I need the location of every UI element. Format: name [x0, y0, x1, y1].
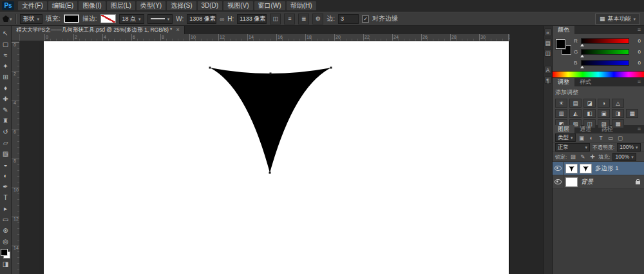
menu-window[interactable]: 窗口(W) — [254, 1, 285, 10]
brush-tool[interactable]: ✎ — [1, 104, 11, 115]
vibrance-icon[interactable]: △ — [612, 99, 624, 108]
panel-menu-icon[interactable]: ≡ — [634, 125, 644, 133]
green-value[interactable]: 0 — [632, 49, 641, 55]
slider-handle[interactable] — [580, 44, 584, 46]
color-panel-swatches[interactable] — [556, 39, 571, 55]
menu-3d[interactable]: 3D(D) — [198, 1, 223, 10]
shape-width-field[interactable]: 1308 像素 — [187, 14, 216, 24]
channel-mixer-icon[interactable]: ◨ — [612, 109, 624, 118]
menu-help[interactable]: 帮助(H) — [287, 1, 316, 10]
gear-icon[interactable]: ⚙ — [312, 14, 323, 24]
color-balance-icon[interactable]: ◭ — [569, 109, 582, 118]
photo-filter-icon[interactable]: ▣ — [598, 109, 610, 118]
green-slider[interactable] — [581, 49, 629, 55]
eye-icon[interactable] — [554, 166, 562, 171]
layer-row-background[interactable]: 背景 — [553, 175, 644, 189]
layer-thumbnail[interactable] — [565, 177, 578, 187]
quick-mask-button[interactable]: ◨ — [1, 259, 11, 269]
tab-styles[interactable]: 样式 — [574, 78, 596, 86]
foreground-color-swatch[interactable] — [1, 249, 8, 256]
hue-saturation-icon[interactable]: ▥ — [555, 109, 567, 118]
tab-paths[interactable]: 路径 — [596, 125, 618, 133]
link-dimensions-icon[interactable]: ∞ — [220, 15, 224, 23]
layer-thumbnail[interactable] — [565, 164, 578, 173]
color-spectrum-ramp[interactable] — [553, 71, 644, 78]
vector-mask-thumbnail[interactable] — [580, 164, 592, 173]
levels-icon[interactable]: ▤ — [569, 99, 582, 108]
blend-mode-select[interactable]: 正常 ▾ — [555, 143, 590, 152]
move-tool[interactable]: ↖ — [1, 28, 11, 39]
lock-position-icon[interactable]: ✚ — [589, 153, 596, 160]
dodge-tool[interactable]: ◐ — [1, 170, 11, 181]
hand-tool[interactable]: ⊛ — [1, 225, 11, 236]
tab-layers[interactable]: 图层 — [553, 125, 574, 133]
lasso-tool[interactable]: ≈ — [1, 50, 11, 61]
stroke-width-select[interactable]: 18 点 ▾ — [119, 14, 144, 24]
menu-file[interactable]: 文件(F) — [18, 1, 47, 10]
eraser-tool[interactable]: ▱ — [1, 137, 11, 148]
menu-edit[interactable]: 编辑(E) — [48, 1, 77, 10]
tool-mode-select[interactable]: 形状 ▾ — [20, 14, 43, 24]
history-brush-tool[interactable]: ↺ — [1, 126, 11, 137]
menu-type[interactable]: 类型(Y) — [137, 1, 166, 10]
crop-tool[interactable]: ⊞ — [1, 72, 11, 83]
path-alignment-button[interactable]: ≡ — [284, 14, 295, 24]
menu-image[interactable]: 图像(I) — [79, 1, 105, 10]
tab-color[interactable]: 颜色 — [553, 26, 574, 34]
paragraph-panel-icon[interactable]: ¶ — [544, 76, 552, 84]
red-slider[interactable] — [581, 38, 629, 44]
visibility-cell[interactable] — [553, 162, 564, 175]
fill-field[interactable]: 100% ▾ — [612, 153, 636, 161]
stroke-type-select[interactable]: ▾ — [147, 14, 173, 24]
workspace-switcher-button[interactable]: ▦ 基本功能 ▾ — [595, 14, 640, 24]
properties-panel-icon[interactable]: ◫ — [544, 49, 552, 57]
curves-icon[interactable]: ◪ — [583, 99, 596, 108]
slider-handle[interactable] — [580, 55, 584, 57]
quick-select-tool[interactable]: ✦ — [1, 61, 11, 72]
horizontal-ruler[interactable]: 02468101214161820222426283032 — [20, 34, 510, 41]
visibility-cell[interactable] — [553, 175, 564, 188]
tool-preset-button[interactable]: ▾ — [3, 15, 12, 22]
smart-object-filter-icon[interactable]: ▢ — [617, 135, 624, 141]
eye-icon[interactable] — [554, 179, 562, 184]
slider-handle[interactable] — [580, 66, 584, 68]
brightness-contrast-icon[interactable]: ☀ — [555, 99, 567, 108]
black-white-icon[interactable]: ◧ — [583, 109, 596, 118]
lock-pixels-icon[interactable]: ✎ — [579, 153, 586, 160]
tab-channels[interactable]: 通道 — [574, 125, 596, 133]
clone-stamp-tool[interactable]: ♜ — [1, 115, 11, 126]
history-panel-icon[interactable]: ▤ — [544, 39, 552, 46]
lock-transparency-icon[interactable]: ▨ — [569, 153, 576, 160]
path-select-tool[interactable]: ▸ — [1, 203, 11, 214]
vertical-ruler[interactable]: 0246810121416 — [12, 41, 20, 274]
expand-dock-icon[interactable]: « — [544, 28, 552, 36]
layer-row-polygon-1[interactable]: 多边形 1 — [553, 162, 644, 175]
menu-view[interactable]: 视图(V) — [223, 1, 252, 10]
blue-slider[interactable] — [581, 60, 629, 66]
type-filter-icon[interactable]: T — [598, 135, 605, 141]
opacity-field[interactable]: 100% ▾ — [617, 143, 640, 152]
layer-filter-type-select[interactable]: 类型 ▾ — [555, 133, 576, 142]
gradient-tool[interactable]: ▨ — [1, 148, 11, 159]
shape-filter-icon[interactable]: ▭ — [607, 135, 614, 141]
path-arrangement-button[interactable]: ≣ — [298, 14, 309, 24]
shape-height-field[interactable]: 1133 像素 — [237, 14, 267, 24]
sides-field[interactable]: 3 — [338, 14, 359, 24]
menu-select[interactable]: 选择(S) — [167, 1, 196, 10]
close-icon[interactable]: × — [176, 26, 179, 34]
type-tool[interactable]: T — [1, 192, 11, 203]
shape-tool[interactable]: ▭ — [1, 214, 11, 225]
fill-swatch[interactable] — [64, 14, 79, 23]
blue-value[interactable]: 0 — [632, 60, 641, 66]
panel-menu-icon[interactable]: ≡ — [634, 26, 644, 34]
pen-tool[interactable]: ✒ — [1, 181, 11, 192]
healing-brush-tool[interactable]: ✚ — [1, 93, 11, 104]
pixel-filter-icon[interactable]: ▣ — [578, 135, 585, 141]
blur-tool[interactable]: ◒ — [1, 159, 11, 170]
canvas-viewport[interactable] — [20, 41, 510, 274]
adjustment-filter-icon[interactable]: ◐ — [588, 135, 595, 141]
character-panel-icon[interactable]: A — [544, 66, 552, 73]
align-edges-checkbox[interactable]: ✓ — [362, 15, 369, 23]
eyedropper-tool[interactable]: ♦ — [1, 83, 11, 93]
menu-layer[interactable]: 图层(L) — [107, 1, 135, 10]
